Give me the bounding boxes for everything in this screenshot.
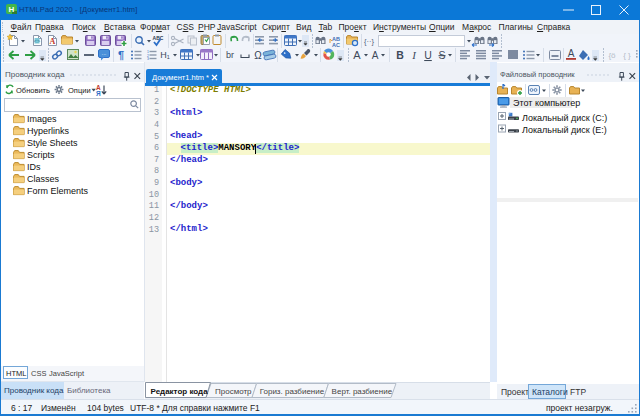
svg-text:¶: ¶ [118,49,124,61]
svg-text:br: br [226,50,234,60]
svg-text:{ö: {ö [608,51,616,60]
svg-text:Опции: Опции [68,86,91,95]
svg-text:ABC: ABC [153,35,164,41]
svg-text:B: B [396,49,404,61]
svg-text:H: H [9,5,15,14]
svg-text:AC: AC [332,42,340,48]
svg-text:I: I [411,49,417,61]
svg-text:{ }: { } [623,51,631,60]
svg-text:Просмотр: Просмотр [215,387,252,396]
svg-text:H₁: H₁ [160,50,170,60]
svg-text:{··}: {··} [364,37,375,46]
svg-text:Я: Я [96,90,101,96]
svg-text:A: A [353,49,361,61]
svg-text:Редактор кода: Редактор кода [151,387,209,396]
svg-text:U: U [424,49,432,61]
svg-text:A: A [372,50,379,61]
svg-text:Верт. разбиение: Верт. разбиение [332,387,393,396]
svg-text:<>: <> [34,38,40,44]
svg-text:Ω: Ω [254,50,262,61]
svg-text:···: ··· [102,51,107,57]
svg-text:A: A [49,37,55,46]
svg-text:A: A [568,48,575,59]
svg-text:3: 3 [147,57,149,61]
svg-text:Гориз. разбиение: Гориз. разбиение [260,387,325,396]
svg-text:Обновить: Обновить [16,86,50,95]
svg-text:S: S [438,49,445,61]
